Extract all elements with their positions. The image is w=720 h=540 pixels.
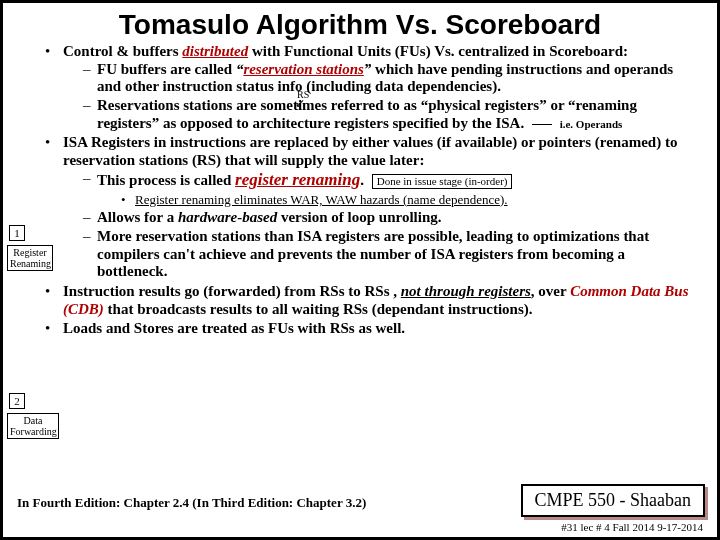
done-box: Done in issue stage (in-order)	[372, 174, 513, 189]
b2s2-b: hardware-based	[178, 209, 277, 225]
footer-course-box: CMPE 550 - Shaaban	[521, 484, 706, 517]
b4-text: Loads and Stores are treated as FUs with…	[63, 320, 405, 336]
b3-b: not through registers	[401, 283, 531, 299]
b2-text: ISA Registers in instructions are replac…	[63, 134, 677, 168]
b3-e: that broadcasts results to all waiting R…	[104, 301, 533, 317]
b1-distributed: distributed	[182, 43, 248, 59]
side-num-2: 2	[9, 393, 25, 409]
b2s1-a: This process is called	[97, 172, 235, 188]
bullet-3: Instruction results go (forwarded) from …	[49, 283, 699, 318]
bullet-2-sub-3: More reservation stations than ISA regis…	[83, 228, 699, 281]
bullet-2-subsub-1: Register renaming eliminates WAR, WAW ha…	[121, 192, 699, 207]
bullet-2-sub-2: Allows for a hardware-based version of l…	[83, 209, 699, 227]
b3-c: , over	[531, 283, 570, 299]
arrow-line-icon	[532, 124, 552, 125]
b1-lead: Control & buffers	[63, 43, 182, 59]
content-area: Control & buffers distributed with Funct…	[3, 43, 717, 338]
footer-slide-info: #31 lec # 4 Fall 2014 9-17-2014	[561, 521, 703, 533]
b2s2-c: version of loop unrolling.	[277, 209, 441, 225]
b2s2-a: Allows for a	[97, 209, 178, 225]
b1-rest: with Functional Units (FUs) Vs. centrali…	[248, 43, 628, 59]
bullet-1-sub-1: FU buffers are called “reservation stati…	[83, 61, 699, 96]
slide-title: Tomasulo Algorithm Vs. Scoreboard	[3, 3, 717, 43]
side-label-data-forwarding: Data Forwarding	[7, 413, 59, 439]
b2ss1-text: Register renaming eliminates WAR, WAW ha…	[135, 192, 508, 207]
bullet-1-sub-2: Reservations stations are sometimes refe…	[83, 97, 699, 132]
bullet-4: Loads and Stores are treated as FUs with…	[49, 320, 699, 338]
slide: Tomasulo Algorithm Vs. Scoreboard 1 Regi…	[0, 0, 720, 540]
b2s3-text: More reservation stations than ISA regis…	[97, 228, 649, 279]
bullet-2: ISA Registers in instructions are replac…	[49, 134, 699, 281]
b2s1-dot: .	[360, 172, 364, 188]
b3-a: Instruction results go (forwarded) from …	[63, 283, 401, 299]
footer-edition-note: In Fourth Edition: Chapter 2.4 (In Third…	[17, 495, 366, 511]
bullet-1: Control & buffers distributed with Funct…	[49, 43, 699, 132]
b1s2-text: Reservations stations are sometimes refe…	[97, 97, 637, 131]
bullet-2-sub-1: This process is called register renaming…	[83, 170, 699, 207]
ie-operands: i.e. Operands	[560, 118, 623, 130]
side-label-2-text: Data Forwarding	[10, 415, 57, 437]
b1s1-a: FU buffers are called	[97, 61, 236, 77]
b1s1-rs: reservation stations	[243, 61, 363, 77]
b2s1-b: register renaming	[235, 170, 360, 189]
